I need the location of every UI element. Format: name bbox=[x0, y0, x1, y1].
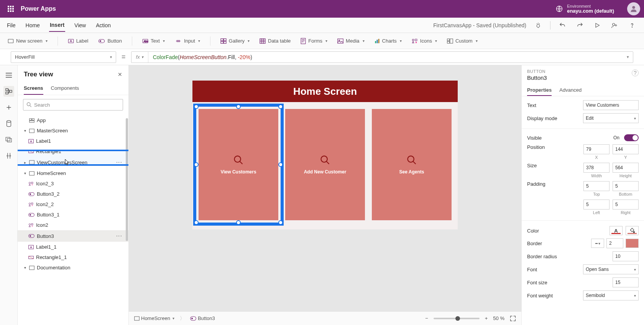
formula-input[interactable]: fx▾ ColorFade(HomeScreenButton.Fill, -20… bbox=[131, 51, 633, 63]
font-size-input[interactable] bbox=[613, 277, 639, 287]
height-input[interactable] bbox=[613, 163, 639, 173]
expander-icon[interactable]: ▸ bbox=[23, 160, 27, 165]
pad-bottom-input[interactable] bbox=[613, 181, 639, 191]
hamburger-icon[interactable] bbox=[3, 70, 14, 81]
svg-text:Abc: Abc bbox=[144, 40, 148, 42]
zoom-out-icon[interactable]: − bbox=[425, 315, 428, 321]
tree-view-icon[interactable] bbox=[3, 86, 14, 97]
zoom-slider[interactable] bbox=[434, 318, 480, 319]
search-input[interactable]: Search bbox=[23, 99, 123, 111]
expander-icon[interactable]: ▾ bbox=[23, 266, 27, 270]
data-table-button[interactable]: Data table bbox=[260, 38, 291, 44]
new-screen-button[interactable]: New screen▾ bbox=[8, 38, 48, 44]
environment-picker[interactable]: Environment enayu.com (default) bbox=[555, 4, 614, 14]
media-dropdown[interactable]: Media▾ bbox=[337, 38, 364, 44]
card-view-customers[interactable]: View Customers bbox=[199, 109, 278, 220]
prop-text-input[interactable] bbox=[583, 100, 639, 110]
border-color-swatch[interactable] bbox=[626, 239, 639, 248]
waffle-icon[interactable] bbox=[4, 2, 18, 16]
menu-insert[interactable]: Insert bbox=[49, 19, 65, 32]
menu-home[interactable]: Home bbox=[25, 19, 41, 31]
tree-node-button3-1[interactable]: Button3_1 bbox=[18, 210, 128, 220]
position-y-input[interactable] bbox=[613, 144, 639, 154]
tree-node-rectangle1-1[interactable]: Rectangle1_1 bbox=[18, 252, 128, 262]
border-style-dropdown[interactable]: ━ ▾ bbox=[591, 239, 604, 248]
font-color-swatch[interactable]: A bbox=[610, 226, 623, 235]
help-icon[interactable] bbox=[626, 20, 638, 31]
tab-properties[interactable]: Properties bbox=[527, 85, 552, 96]
user-avatar[interactable] bbox=[627, 2, 640, 15]
more-icon[interactable]: ··· bbox=[115, 233, 124, 239]
menu-action[interactable]: Action bbox=[95, 19, 112, 31]
tree-node-app[interactable]: App bbox=[18, 115, 128, 125]
gallery-dropdown[interactable]: Gallery▾ bbox=[220, 38, 250, 44]
redo-icon[interactable] bbox=[574, 20, 586, 31]
charts-dropdown[interactable]: Charts▾ bbox=[375, 38, 402, 44]
label-button[interactable]: Label bbox=[68, 38, 89, 44]
fit-icon[interactable] bbox=[510, 315, 516, 322]
button-button[interactable]: Button bbox=[98, 38, 122, 44]
custom-dropdown[interactable]: Custom▾ bbox=[447, 38, 478, 44]
share-icon[interactable] bbox=[609, 20, 620, 31]
expander-icon[interactable]: ▾ bbox=[23, 171, 27, 175]
close-icon[interactable]: ✕ bbox=[118, 71, 122, 78]
app-checker-icon[interactable] bbox=[532, 20, 544, 31]
text-dropdown[interactable]: Abc Text▾ bbox=[142, 38, 165, 44]
app-header: Power Apps Environment enayu.com (defaul… bbox=[0, 0, 644, 18]
tree-node-label1-1[interactable]: Label1_1 bbox=[18, 242, 128, 252]
tree-node-button3[interactable]: Button3··· bbox=[18, 230, 128, 242]
tab-advanced[interactable]: Advanced bbox=[559, 85, 582, 96]
prop-displaymode-dropdown[interactable]: Edit▾ bbox=[583, 113, 639, 123]
tree-node-documentation[interactable]: ▾Documentation bbox=[18, 262, 128, 273]
formula-expand-icon[interactable]: ▾ bbox=[623, 54, 633, 59]
advanced-tools-icon[interactable] bbox=[3, 150, 14, 161]
icons-dropdown[interactable]: Icons▾ bbox=[412, 38, 437, 44]
tree-node-button3-2[interactable]: Button3_2 bbox=[18, 189, 128, 199]
zoom-in-icon[interactable]: + bbox=[485, 315, 488, 321]
width-input[interactable] bbox=[583, 163, 610, 173]
pad-right-input[interactable] bbox=[613, 200, 639, 210]
tree-node-icon2[interactable]: Icon2 bbox=[18, 220, 128, 230]
forms-dropdown[interactable]: Forms▾ bbox=[301, 38, 327, 44]
tab-components[interactable]: Components bbox=[51, 82, 79, 95]
tree-node-rectangle1[interactable]: Rectangle1 bbox=[18, 146, 128, 157]
svg-rect-63 bbox=[191, 316, 196, 320]
tree-node-icon2-3[interactable]: Icon2_3 bbox=[18, 178, 128, 189]
fill-color-swatch[interactable] bbox=[626, 226, 639, 235]
play-icon[interactable] bbox=[592, 20, 603, 31]
card-add-customer[interactable]: Add New Customer bbox=[285, 109, 365, 220]
scrollbar-thumb[interactable] bbox=[126, 118, 128, 241]
pad-left-input[interactable] bbox=[583, 200, 610, 210]
more-icon[interactable]: ··· bbox=[115, 159, 124, 166]
undo-icon[interactable] bbox=[557, 20, 568, 31]
font-dropdown[interactable]: Open Sans▾ bbox=[583, 264, 639, 274]
tree-node-masterscreen[interactable]: ▾MasterScreen bbox=[18, 125, 128, 136]
help-icon[interactable]: ? bbox=[632, 69, 639, 76]
visible-toggle[interactable] bbox=[624, 134, 639, 141]
breadcrumb-screen[interactable]: HomeScreen ▾ bbox=[134, 315, 174, 321]
expander-icon[interactable]: ▾ bbox=[23, 129, 27, 133]
position-x-input[interactable] bbox=[583, 144, 610, 154]
tree-node-homescreen[interactable]: ▾HomeScreen bbox=[18, 168, 128, 178]
font-weight-dropdown[interactable]: Semibold▾ bbox=[583, 290, 639, 300]
breadcrumb-item[interactable]: Button3 bbox=[190, 315, 215, 321]
menu-file[interactable]: File bbox=[6, 19, 16, 31]
svg-rect-37 bbox=[32, 119, 34, 120]
tree-node-icon2-2[interactable]: Icon2_2 bbox=[18, 199, 128, 210]
input-dropdown[interactable]: Input▾ bbox=[175, 38, 200, 44]
menu-view[interactable]: View bbox=[74, 19, 87, 31]
canvas-area[interactable]: Home Screen View Customers bbox=[129, 65, 521, 311]
card-see-agents[interactable]: See Agents bbox=[372, 109, 452, 220]
media-pane-icon[interactable] bbox=[3, 134, 14, 145]
border-radius-input[interactable] bbox=[613, 251, 639, 261]
fx-label[interactable]: fx▾ bbox=[131, 52, 148, 63]
tree-node-viewcustomersscreen[interactable]: ▸ViewCustomersScreen··· bbox=[18, 157, 128, 168]
pad-top-input[interactable] bbox=[583, 181, 610, 191]
property-dropdown[interactable]: HoverFill ▾ bbox=[11, 51, 116, 63]
insert-pane-icon[interactable] bbox=[3, 102, 14, 113]
data-icon[interactable] bbox=[3, 118, 14, 129]
tab-screens[interactable]: Screens bbox=[24, 82, 43, 95]
tree-node-label1[interactable]: Label1 bbox=[18, 136, 128, 146]
node-icon bbox=[29, 266, 34, 270]
border-width-input[interactable] bbox=[606, 238, 623, 248]
